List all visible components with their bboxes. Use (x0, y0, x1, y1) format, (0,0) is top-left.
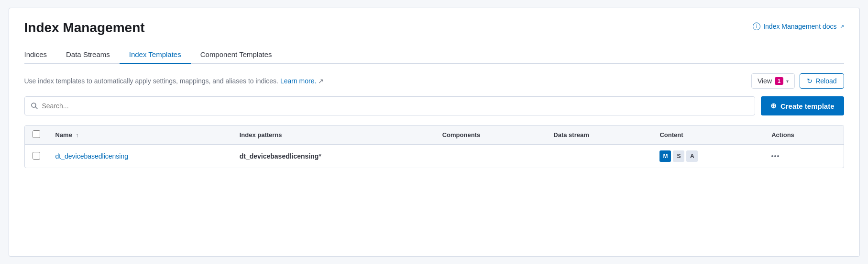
docs-link[interactable]: i Index Management docs ↗ (753, 23, 844, 30)
index-pattern-value: dt_devicebasedlicensing* (240, 152, 321, 160)
dot-3 (777, 155, 779, 157)
view-badge: 1 (775, 77, 783, 85)
reload-button[interactable]: ↻ Reload (800, 73, 844, 89)
td-index-patterns: dt_devicebasedlicensing* (232, 145, 435, 168)
th-select-all (25, 126, 48, 145)
search-wrapper (24, 96, 755, 115)
th-actions: Actions (764, 126, 843, 145)
th-index-patterns: Index patterns (232, 126, 435, 145)
sort-icon[interactable]: ↑ (76, 132, 79, 138)
dot-2 (774, 155, 776, 157)
learn-more-link[interactable]: Learn more. (280, 77, 316, 85)
info-actions: View 1 ▾ ↻ Reload (751, 73, 844, 89)
docs-icon: i (753, 23, 760, 30)
create-icon: ⊕ (770, 102, 777, 110)
tab-index-templates[interactable]: Index Templates (120, 46, 191, 64)
content-badges: M S A (659, 150, 756, 162)
view-label: View (758, 77, 772, 85)
search-input[interactable] (42, 102, 749, 110)
td-actions (764, 145, 843, 168)
chevron-down-icon: ▾ (786, 79, 789, 84)
badge-m[interactable]: M (659, 150, 671, 162)
row-actions-button[interactable] (771, 155, 835, 157)
tab-indices[interactable]: Indices (24, 46, 57, 64)
reload-icon: ↻ (807, 77, 813, 85)
reload-label: Reload (815, 77, 836, 85)
dot-1 (771, 155, 773, 157)
th-components: Components (435, 126, 546, 145)
external-link-icon: ↗ (840, 23, 844, 30)
create-template-button[interactable]: ⊕ Create template (761, 96, 844, 115)
td-data-stream (546, 145, 652, 168)
info-bar: Use index templates to automatically app… (24, 73, 844, 89)
th-content: Content (652, 126, 764, 145)
th-name: Name ↑ (48, 126, 232, 145)
td-components (435, 145, 546, 168)
svg-line-1 (35, 107, 37, 109)
docs-link-label: Index Management docs (763, 23, 836, 30)
td-checkbox (25, 145, 48, 168)
search-row: ⊕ Create template (24, 96, 844, 115)
table-row: dt_devicebasedlicensing dt_devicebasedli… (25, 145, 844, 168)
td-name: dt_devicebasedlicensing (48, 145, 232, 168)
page-container: Index Management i Index Management docs… (9, 8, 860, 257)
select-all-checkbox[interactable] (33, 130, 40, 138)
table-container: Name ↑ Index patterns Components Data st… (24, 125, 844, 168)
td-content: M S A (652, 145, 764, 168)
tab-component-templates[interactable]: Component Templates (191, 46, 282, 64)
row-checkbox[interactable] (33, 152, 40, 160)
external-link-icon-info: ↗ (318, 77, 324, 85)
table-header-row: Name ↑ Index patterns Components Data st… (25, 126, 844, 145)
index-templates-table: Name ↑ Index patterns Components Data st… (25, 126, 844, 168)
page-title: Index Management (24, 20, 145, 36)
tabs-bar: Indices Data Streams Index Templates Com… (24, 46, 844, 64)
tab-data-streams[interactable]: Data Streams (56, 46, 120, 64)
th-data-stream: Data stream (546, 126, 652, 145)
header-row: Index Management i Index Management docs… (24, 20, 844, 36)
info-text: Use index templates to automatically app… (24, 77, 324, 85)
badge-a[interactable]: A (686, 150, 698, 162)
template-name-link[interactable]: dt_devicebasedlicensing (55, 152, 129, 160)
search-icon (31, 102, 38, 110)
create-label: Create template (780, 102, 835, 110)
view-button[interactable]: View 1 ▾ (751, 73, 795, 89)
badge-s[interactable]: S (673, 150, 684, 162)
